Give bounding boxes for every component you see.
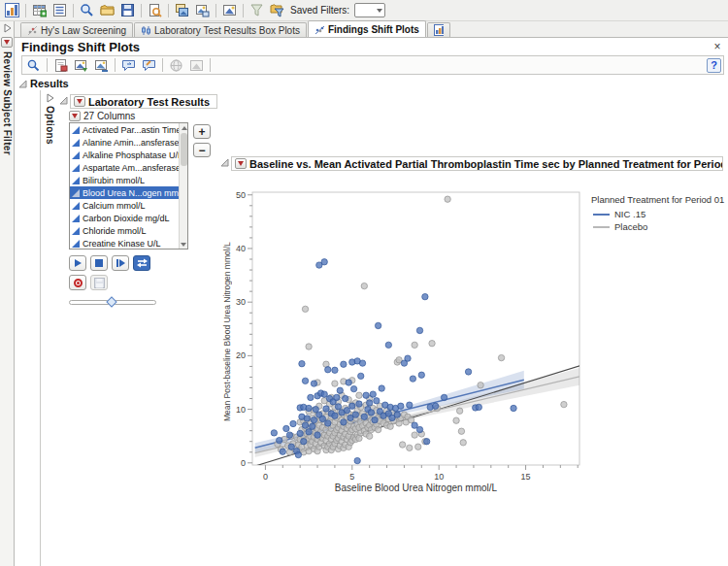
help-button[interactable]: ? xyxy=(707,58,721,73)
chevron-down-icon xyxy=(377,9,382,13)
continuous-column-icon xyxy=(72,177,80,184)
list-item-label: Alanine Amin...ansferase U/L xyxy=(83,138,188,148)
list-item-label: Blood Urea N...ogen mmol/L xyxy=(83,188,188,198)
saved-filters-select[interactable] xyxy=(354,3,385,17)
add-column-button[interactable]: + xyxy=(193,124,211,139)
lab-test-results-panel: Laboratory Test Results 27 Columns Activ… xyxy=(59,90,220,566)
stop-button[interactable] xyxy=(90,255,108,271)
loop-button[interactable] xyxy=(133,255,150,271)
legend-item-nic[interactable]: NIC .15 xyxy=(593,209,724,219)
scroll-up-icon[interactable] xyxy=(180,123,188,132)
scatter-plot[interactable]: 05101501020304050Baseline Blood Urea Nit… xyxy=(233,186,583,498)
list-item[interactable]: Aspartate Am...ansferase U/L xyxy=(70,161,179,174)
toolbar-separator xyxy=(47,58,48,72)
edit-comment-icon[interactable] xyxy=(140,56,158,75)
loop-icon xyxy=(137,258,148,268)
expand-arrow-icon[interactable] xyxy=(3,23,12,33)
toolbar-separator xyxy=(168,4,169,17)
save-icon[interactable] xyxy=(118,1,137,19)
list-item[interactable]: Alkaline Phosphatase U/L xyxy=(70,149,179,161)
svg-text:20: 20 xyxy=(236,350,246,360)
paste-image-icon[interactable] xyxy=(193,1,212,19)
list-item-label: Carbon Dioxide mg/dL xyxy=(83,214,170,223)
options-expand-arrow-icon[interactable] xyxy=(46,93,54,103)
share-comment-icon[interactable] xyxy=(119,56,138,75)
saved-filters-icon[interactable] xyxy=(268,1,286,19)
page-title: Findings Shift Plots xyxy=(21,40,711,54)
jmp-home-icon[interactable] xyxy=(3,1,21,19)
scroll-down-icon[interactable] xyxy=(181,243,186,247)
subject-explorer-icon[interactable] xyxy=(24,56,43,75)
layout-image-icon[interactable] xyxy=(220,1,239,19)
review-search-icon[interactable] xyxy=(78,1,96,19)
save-disabled-icon xyxy=(94,278,105,288)
toolbar-separator xyxy=(243,4,244,17)
chart-title: Baseline vs. Mean Activated Partial Thro… xyxy=(249,158,723,170)
review-subject-filter-menu-button[interactable] xyxy=(1,37,13,48)
tab-laboratory-test-results-box-plots[interactable]: Laboratory Test Results Box Plots xyxy=(134,22,307,37)
list-item-label: Chloride mmol/L xyxy=(83,226,147,236)
svg-text:0: 0 xyxy=(241,458,246,468)
continuous-column-icon xyxy=(72,240,80,248)
data-filter-icon[interactable] xyxy=(248,1,266,19)
save-animation-button[interactable] xyxy=(90,275,108,290)
web-report-icon[interactable] xyxy=(167,56,185,75)
placebo-line-swatch xyxy=(593,226,610,228)
nic-line-swatch xyxy=(593,214,610,216)
tab-label: Hy's Law Screening xyxy=(41,25,126,36)
new-data-table-icon[interactable] xyxy=(30,1,49,19)
tab-new-report[interactable] xyxy=(427,22,450,37)
report-tab-bar: Hy's Law Screening Laboratory Test Resul… xyxy=(15,21,728,38)
tab-findings-shift-plots[interactable]: Findings Shift Plots xyxy=(308,20,426,37)
slider-thumb[interactable] xyxy=(106,296,116,307)
tab-label: Laboratory Test Results Box Plots xyxy=(154,25,300,36)
results-collapse-icon[interactable] xyxy=(18,80,27,88)
columns-menu-button[interactable] xyxy=(69,111,81,121)
legend-item-placebo[interactable]: Placebo xyxy=(593,221,724,232)
list-item[interactable]: Chloride mmol/L xyxy=(70,224,179,237)
close-icon[interactable]: × xyxy=(711,41,724,52)
list-item[interactable]: Carbon Dioxide mg/dL xyxy=(70,212,179,224)
options-label: Options xyxy=(45,106,55,145)
lab-panel-collapse-icon[interactable] xyxy=(59,96,68,105)
list-item[interactable]: Calcium mmol/L xyxy=(70,199,179,212)
column-list[interactable]: Activated Par...astin Time sec Alanine A… xyxy=(69,122,188,250)
scrollbar-thumb[interactable] xyxy=(181,133,187,166)
play-button[interactable] xyxy=(69,255,86,271)
list-item[interactable]: Blood Urea N...ogen mmol/L xyxy=(70,186,179,199)
add-report-note-icon[interactable] xyxy=(51,56,70,75)
svg-text:50: 50 xyxy=(236,190,246,200)
toolbar-separator xyxy=(162,58,163,72)
toolbar-separator xyxy=(73,4,74,17)
chart-menu-button[interactable] xyxy=(235,158,247,169)
plot-legend: Planned Treatment for Period 01 NIC .15 … xyxy=(591,194,724,498)
svg-text:0: 0 xyxy=(263,472,268,482)
copy-image-icon[interactable] xyxy=(173,1,191,19)
options-panel: Options xyxy=(40,90,59,566)
tab-hys-law-screening[interactable]: Hy's Law Screening xyxy=(20,22,133,37)
continuous-column-icon xyxy=(72,227,80,235)
export-report-image-icon[interactable] xyxy=(92,56,111,75)
red-triangle-icon xyxy=(72,114,78,118)
presentation-icon[interactable] xyxy=(187,56,206,75)
remove-column-button[interactable]: − xyxy=(193,143,211,157)
svg-text:Baseline Blood Urea Nitrogen m: Baseline Blood Urea Nitrogen mmol/L xyxy=(335,483,498,493)
main-toolbar: Saved Filters: xyxy=(0,0,728,21)
list-item[interactable]: Activated Par...astin Time sec xyxy=(70,123,179,136)
list-item[interactable]: Alanine Amin...ansferase U/L xyxy=(70,136,179,149)
copy-report-image-icon[interactable] xyxy=(72,56,90,75)
search-report-icon[interactable] xyxy=(146,1,164,19)
play-icon xyxy=(75,259,82,267)
animation-speed-slider[interactable] xyxy=(69,298,156,307)
tab-label: Findings Shift Plots xyxy=(328,24,419,35)
list-item[interactable]: Bilirubin mmol/L xyxy=(70,174,179,186)
list-item[interactable]: Creatine Kinase U/L xyxy=(70,237,179,250)
journal-list-icon[interactable] xyxy=(50,1,69,19)
record-button[interactable] xyxy=(69,275,86,290)
step-button[interactable] xyxy=(112,255,129,271)
chart-collapse-icon[interactable] xyxy=(220,158,229,167)
list-scrollbar[interactable] xyxy=(179,123,187,249)
columns-count-label: 27 Columns xyxy=(83,111,135,121)
lab-panel-menu-button[interactable] xyxy=(74,96,85,107)
open-folder-icon[interactable] xyxy=(98,1,116,19)
